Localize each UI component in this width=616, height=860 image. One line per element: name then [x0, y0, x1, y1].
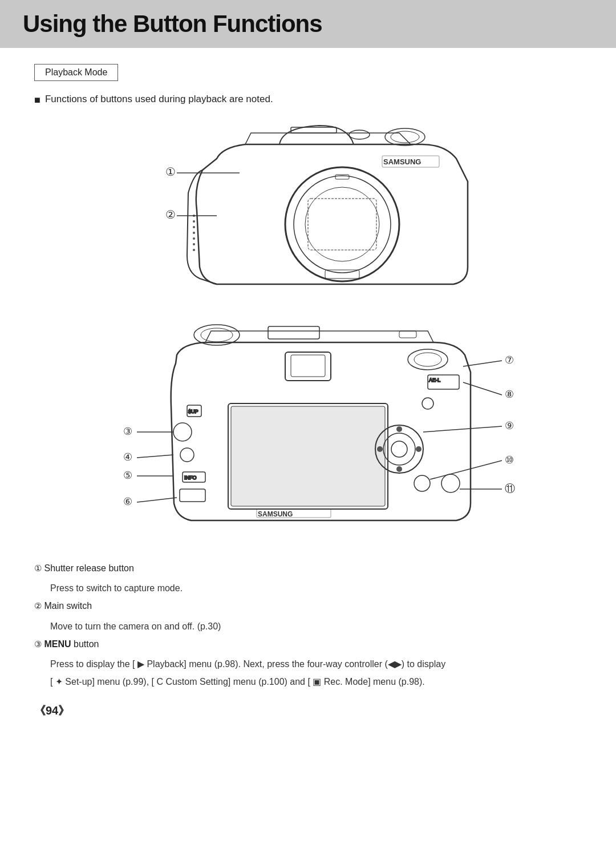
- svg-point-35: [396, 426, 402, 432]
- svg-rect-25: [291, 355, 325, 377]
- label-5: ⑤: [123, 470, 132, 481]
- svg-point-49: [422, 398, 433, 409]
- camera-front-svg: SAMSUNG ① ②: [103, 124, 513, 301]
- svg-line-53: [430, 461, 502, 479]
- camera-front-diagram: SAMSUNG ① ②: [103, 124, 513, 304]
- label-4: ④: [123, 451, 132, 463]
- svg-rect-46: [180, 489, 205, 502]
- svg-point-36: [396, 466, 402, 472]
- samsung-label-front: SAMSUNG: [383, 158, 421, 166]
- camera-rear-diagram: AE-L: [103, 321, 513, 540]
- samsung-label-rear: SAMSUNG: [258, 510, 293, 518]
- bullet-icon: ■: [34, 94, 40, 106]
- svg-point-39: [414, 475, 430, 491]
- svg-point-14: [193, 232, 195, 234]
- svg-line-50: [463, 361, 502, 366]
- desc-item-2: ② Main switch: [34, 598, 582, 613]
- svg-point-4: [285, 167, 399, 281]
- label-8: ⑧: [505, 389, 514, 400]
- page-title: Using the Button Functions: [23, 10, 593, 38]
- svg-point-16: [193, 243, 195, 245]
- svg-line-58: [137, 498, 177, 502]
- circle-num-3: ③: [34, 639, 42, 649]
- svg-rect-23: [399, 331, 416, 338]
- label-2: ②: [165, 208, 176, 221]
- svg-point-13: [193, 226, 195, 228]
- svg-point-47: [180, 448, 194, 462]
- label-9: ⑨: [505, 420, 514, 431]
- circle-num-2: ②: [34, 601, 42, 611]
- desc-sub-3b: [ ✦ Set-up] menu (p.99), [ C Custom Sett…: [50, 674, 582, 689]
- svg-line-51: [463, 382, 502, 395]
- label-6: ⑥: [123, 496, 132, 507]
- desc-sub-3a: Press to display the [ ▶ Playback] menu …: [50, 656, 582, 672]
- label-1: ①: [165, 165, 176, 178]
- mode-badge: Playback Mode: [34, 64, 118, 81]
- svg-line-52: [423, 426, 502, 432]
- svg-point-12: [193, 220, 195, 223]
- descriptions-section: ① Shutter release button Press to switch…: [34, 560, 582, 689]
- svg-text:INFO: INFO: [184, 475, 197, 481]
- svg-point-1: [391, 131, 419, 143]
- label-3: ③: [123, 426, 132, 437]
- label-10: ⑩: [505, 454, 514, 466]
- svg-point-38: [416, 446, 422, 452]
- label-7: ⑦: [505, 354, 514, 366]
- svg-rect-31: [231, 406, 385, 506]
- svg-rect-22: [268, 326, 319, 339]
- svg-rect-9: [308, 199, 376, 250]
- svg-point-37: [377, 446, 383, 452]
- camera-diagrams: SAMSUNG ① ②: [34, 124, 582, 540]
- intro-note: ■ Functions of buttons used during playb…: [34, 94, 582, 106]
- svg-point-41: [173, 423, 192, 441]
- page-number: 《94》: [0, 703, 616, 718]
- page-header: Using the Button Functions: [0, 0, 616, 48]
- svg-point-29: [414, 353, 441, 366]
- svg-rect-7: [335, 175, 349, 179]
- svg-point-40: [441, 474, 460, 492]
- desc-item-3: ③ MENU button: [34, 636, 582, 652]
- label-11: ⑪: [505, 483, 515, 494]
- desc-sub-1: Press to switch to capture mode.: [50, 580, 582, 596]
- camera-rear-svg: AE-L: [103, 321, 536, 538]
- svg-point-17: [193, 249, 195, 251]
- desc-item-1: ① Shutter release button: [34, 560, 582, 576]
- svg-point-34: [391, 441, 407, 457]
- svg-line-56: [137, 455, 173, 458]
- svg-text:AE-L: AE-L: [429, 377, 440, 383]
- svg-point-21: [201, 328, 233, 342]
- circle-num-1: ①: [34, 563, 42, 573]
- svg-text:$UP: $UP: [188, 409, 198, 414]
- svg-point-2: [349, 130, 370, 139]
- desc-sub-2: Move to turn the camera on and off. (p.3…: [50, 619, 582, 634]
- svg-point-15: [193, 237, 195, 240]
